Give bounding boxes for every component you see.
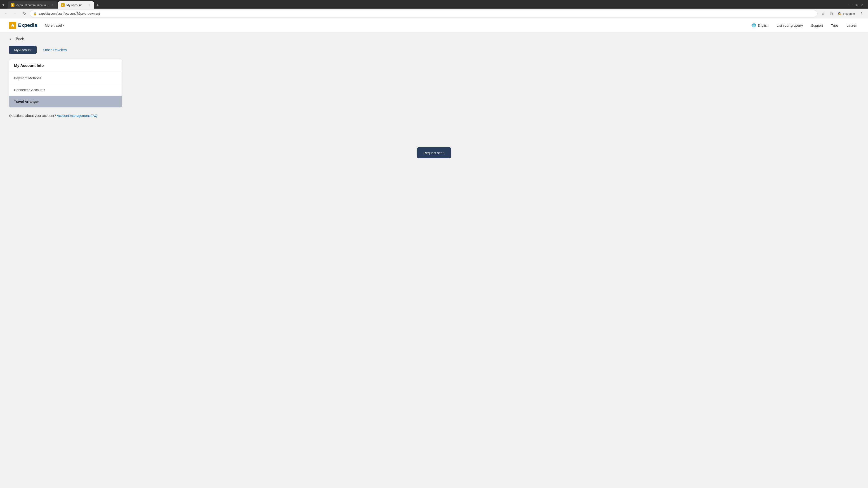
more-options-icon[interactable]: ⋮ <box>858 10 865 17</box>
menu-item-travel-arranger[interactable]: Travel Arranger <box>9 96 122 107</box>
tab-list-button[interactable]: ▼ <box>2 3 5 7</box>
toolbar-actions: ☆ ⊡ 🕵 Incognito ⋮ <box>819 10 865 17</box>
tab-favicon-my-account: ✈ <box>61 3 65 7</box>
incognito-button[interactable]: 🕵 Incognito <box>836 11 857 16</box>
forward-icon: → <box>13 11 17 15</box>
back-button[interactable]: ← <box>3 10 10 17</box>
tab-favicon-communications: ✈ <box>11 3 14 7</box>
forward-button[interactable]: → <box>12 10 19 17</box>
nav-language[interactable]: 🌐 English <box>750 22 770 29</box>
nav-support[interactable]: Support <box>809 22 825 29</box>
maximize-button[interactable]: ⧉ <box>855 3 859 7</box>
browser-tab-my-account[interactable]: ✈ My Account × <box>58 1 94 8</box>
logo-icon <box>9 22 16 29</box>
reader-icon[interactable]: ⊡ <box>828 10 835 17</box>
minimize-button[interactable]: — <box>848 3 852 7</box>
tab-label-communications: Account communications <box>16 3 49 7</box>
more-travel-arrow: ▾ <box>63 24 64 27</box>
menu-item-payment-methods[interactable]: Payment Methods <box>9 72 122 84</box>
incognito-label: Incognito <box>843 12 855 15</box>
more-travel-button[interactable]: More travel ▾ <box>42 22 67 29</box>
incognito-icon: 🕵 <box>838 12 842 15</box>
tab-close-my-account[interactable]: × <box>87 3 91 7</box>
account-menu-card: My Account Info Payment Methods Connecte… <box>9 59 122 107</box>
page-wrapper: Expedia More travel ▾ 🌐 English List you… <box>0 19 868 486</box>
site-header: Expedia More travel ▾ 🌐 English List you… <box>0 19 868 32</box>
back-label[interactable]: Back <box>16 37 24 41</box>
toast-label: Request sent! <box>424 151 445 155</box>
trips-label: Trips <box>831 24 839 27</box>
nav-list-property[interactable]: List your property <box>775 22 805 29</box>
logo-area: Expedia More travel ▾ <box>9 22 67 29</box>
faq-section: Questions about your account? Account ma… <box>9 113 859 118</box>
tab-close-communications[interactable]: × <box>51 3 54 7</box>
tabs-bar: ✈ Account communications × ✈ My Account … <box>8 1 848 8</box>
browser-toolbar: ← → ↻ 🔒 expedia.com/user/account/?&selc=… <box>0 8 868 19</box>
more-travel-label: More travel <box>45 24 62 27</box>
list-property-label: List your property <box>777 24 803 27</box>
refresh-button[interactable]: ↻ <box>21 10 28 17</box>
tab-my-account[interactable]: My Account <box>9 46 37 54</box>
tab-label-my-account: My Account <box>66 3 86 7</box>
expedia-logo[interactable]: Expedia <box>9 22 37 29</box>
support-label: Support <box>811 24 823 27</box>
request-sent-toast: Request sent! <box>417 147 451 158</box>
account-tabs: My Account Other Travelers <box>9 46 859 54</box>
nav-trips[interactable]: Trips <box>829 22 840 29</box>
back-bar: ← Back <box>0 32 868 46</box>
faq-link[interactable]: Account management FAQ <box>57 113 97 118</box>
star-icon[interactable]: ☆ <box>819 10 827 17</box>
logo-text: Expedia <box>18 22 37 28</box>
window-action-controls: — ⧉ ✕ <box>848 3 864 7</box>
language-label: English <box>757 24 769 27</box>
address-bar[interactable]: 🔒 expedia.com/user/account/?&selc=paymen… <box>30 10 817 17</box>
menu-item-connected-accounts[interactable]: Connected Accounts <box>9 84 122 96</box>
header-nav: 🌐 English List your property Support Tri… <box>750 22 859 29</box>
window-controls: ▼ <box>2 3 5 7</box>
tab-other-travelers[interactable]: Other Travelers <box>38 46 72 54</box>
nav-user[interactable]: Lauren <box>845 22 859 29</box>
globe-icon: 🌐 <box>752 23 756 27</box>
main-content: My Account Other Travelers My Account In… <box>0 46 868 127</box>
faq-text: Questions about your account? <box>9 113 56 118</box>
address-text: expedia.com/user/account/?&selc=payment <box>39 12 814 15</box>
browser-chrome: ▼ ✈ Account communications × ✈ My Accoun… <box>0 0 868 19</box>
new-tab-button[interactable]: + <box>94 2 101 8</box>
browser-tab-communications[interactable]: ✈ Account communications × <box>8 1 57 8</box>
menu-card-title: My Account Info <box>9 59 122 72</box>
back-arrow-icon[interactable]: ← <box>9 36 13 41</box>
back-icon: ← <box>4 11 8 15</box>
refresh-icon: ↻ <box>23 11 26 16</box>
browser-title-bar: ▼ ✈ Account communications × ✈ My Accoun… <box>0 0 868 8</box>
lock-icon: 🔒 <box>33 12 37 15</box>
close-button[interactable]: ✕ <box>860 3 864 7</box>
user-label: Lauren <box>846 24 857 27</box>
